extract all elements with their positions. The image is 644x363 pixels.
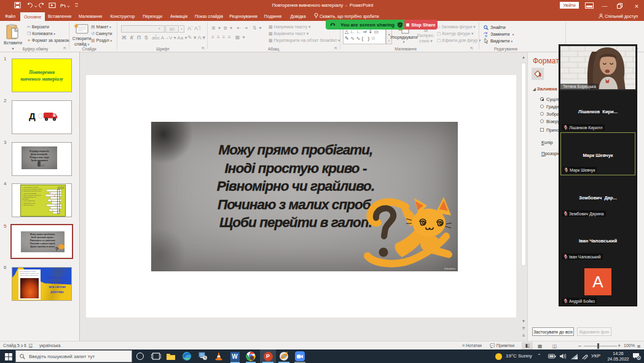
svg-text:5: 5 [638,356,640,360]
svg-text:д: д [54,194,55,197]
